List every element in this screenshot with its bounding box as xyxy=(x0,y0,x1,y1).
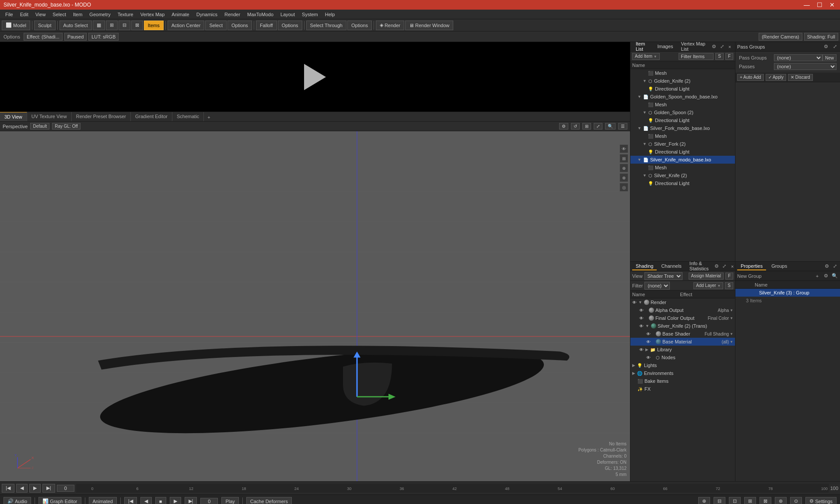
options2-button[interactable]: Options xyxy=(278,21,302,30)
timeline-prev-btn[interactable]: ◀ xyxy=(16,484,28,493)
list-item[interactable]: ▼ ⬡Golden_Spoon (2) xyxy=(630,108,735,116)
toolbar-icon-2[interactable]: ⊞ xyxy=(106,21,118,30)
render-camera-button[interactable]: (Render Camera) xyxy=(759,33,802,41)
shader-item-bake[interactable]: ⬛ Bake Items xyxy=(630,377,735,385)
panel-icon-close[interactable]: × xyxy=(726,43,733,50)
action-center-button[interactable]: Action Center xyxy=(168,21,205,30)
vp-ctrl-1[interactable]: 👁 xyxy=(620,144,628,153)
transport-icon-7[interactable]: ⊙ xyxy=(790,497,802,504)
assign-material-button[interactable]: Assign Material xyxy=(689,273,724,280)
select-through-button[interactable]: Select Through xyxy=(306,21,346,30)
window-controls[interactable]: — ☐ ✕ xyxy=(802,1,836,8)
transport-icon-6[interactable]: ⊛ xyxy=(775,497,787,504)
auto-select-button[interactable]: Auto Select xyxy=(60,21,92,30)
options1-button[interactable]: Options xyxy=(228,21,252,30)
viewport-default-btn[interactable]: Default xyxy=(30,123,49,130)
shader-item[interactable]: 👁 Alpha Output Alpha ▼ xyxy=(630,306,735,314)
select-button[interactable]: Select xyxy=(205,21,227,30)
groups-search-btn[interactable]: 🔍 xyxy=(831,273,838,280)
list-item[interactable]: ⬛Mesh xyxy=(630,164,735,172)
tab-images[interactable]: Images xyxy=(654,43,676,51)
transport-prev-btn[interactable]: ◀ xyxy=(140,497,152,504)
settings-button[interactable]: ⚙ Settings xyxy=(805,497,836,504)
menu-view[interactable]: View xyxy=(32,11,49,18)
render-window-button[interactable]: 🖥 Render Window xyxy=(405,21,453,30)
filter-btn[interactable]: S xyxy=(715,53,724,60)
vp-ctrl-2[interactable]: ⊞ xyxy=(620,154,628,163)
panel-icon-maximize[interactable]: ⤢ xyxy=(718,43,725,50)
shader-item[interactable]: 👁 ▼ Silver_Knife (2) (Trans) xyxy=(630,322,735,330)
panel-icon-settings[interactable]: ⚙ xyxy=(710,43,718,50)
list-item[interactable]: 💡Directional Light xyxy=(630,179,735,187)
animated-button[interactable]: Animated xyxy=(89,497,117,504)
timeline-start-btn[interactable]: |◀ xyxy=(2,484,14,493)
current-frame-input[interactable] xyxy=(57,485,74,492)
items-button[interactable]: Items xyxy=(144,21,164,30)
shader-settings-btn[interactable]: ⚙ xyxy=(713,263,720,270)
transport-icon-3[interactable]: ⊡ xyxy=(729,497,741,504)
vis-toggle[interactable]: 👁 xyxy=(646,340,651,344)
pass-groups-maximize[interactable]: ⤢ xyxy=(831,43,838,50)
tab-render-preset[interactable]: Render Preset Browser xyxy=(72,112,131,121)
list-item[interactable]: ⬛Mesh xyxy=(630,101,735,108)
falloff-button[interactable]: Falloff xyxy=(256,21,277,30)
transport-stop-btn[interactable]: ■ xyxy=(155,497,166,504)
menu-select[interactable]: Select xyxy=(49,11,70,18)
shader-list[interactable]: 👁 ▼ Render 👁 Alpha Output Alpha ▼ 👁 xyxy=(630,298,735,481)
toolbar-icon-3[interactable]: ⊟ xyxy=(119,21,130,30)
shader-maximize-btn[interactable]: ⤢ xyxy=(721,263,728,270)
vp-ctrl-3[interactable]: ⊕ xyxy=(620,164,628,172)
tab-gradient-editor[interactable]: Gradient Editor xyxy=(131,112,172,121)
shader-item-lights[interactable]: ▶ 💡 Lights xyxy=(630,361,735,369)
props-maximize[interactable]: ⤢ xyxy=(831,263,838,270)
list-item[interactable]: ▼ ⬡Silver_Fork (2) xyxy=(630,140,735,148)
list-item[interactable]: 💡Directional Light xyxy=(630,85,735,93)
shader-s-btn[interactable]: S xyxy=(725,282,733,289)
filter-items-input[interactable] xyxy=(679,53,714,60)
list-item[interactable]: 3 Items xyxy=(735,297,840,304)
model-button[interactable]: ⬜ Model xyxy=(2,21,30,30)
audio-button[interactable]: 🔊 Audio xyxy=(4,497,31,504)
props-settings[interactable]: ⚙ xyxy=(823,263,830,270)
filter-select[interactable]: (none) xyxy=(644,282,670,290)
effect-button[interactable]: Effect: (Shadi... xyxy=(24,33,63,41)
vis-toggle[interactable]: 👁 xyxy=(639,316,644,321)
vp-refresh-btn[interactable]: ↺ xyxy=(571,123,580,130)
menu-item[interactable]: Item xyxy=(70,11,86,18)
close-btn[interactable]: ✕ xyxy=(828,1,836,8)
frame-counter-input[interactable] xyxy=(200,498,218,504)
list-item[interactable]: ⬛Mesh xyxy=(630,132,735,140)
menu-dynamics[interactable]: Dynamics xyxy=(193,11,221,18)
add-layer-button[interactable]: Add Layer ▼ xyxy=(693,282,723,289)
list-item[interactable]: Silver_Knife (3) : Group xyxy=(735,289,840,297)
list-item[interactable]: ▼ 📄Silver_Fork_modo_base.lxo xyxy=(630,124,735,132)
shader-f-btn[interactable]: F xyxy=(725,273,733,280)
vp-layout-btn[interactable]: ⊞ xyxy=(582,123,591,130)
tab-add-button[interactable]: + xyxy=(204,113,214,121)
vp-ctrl-4[interactable]: ⊗ xyxy=(620,173,628,182)
list-item[interactable]: ▼ 📄Golden_Spoon_modo_base.lxo xyxy=(630,93,735,101)
tab-channels[interactable]: Channels xyxy=(658,262,685,270)
view-select[interactable]: Shader Tree xyxy=(644,272,682,280)
vis-toggle[interactable]: 👁 xyxy=(632,300,637,305)
vp-settings-btn[interactable]: ⚙ xyxy=(559,123,568,130)
tab-groups[interactable]: Groups xyxy=(768,262,791,270)
list-item[interactable]: 💡Directional Light xyxy=(630,116,735,124)
list-item[interactable]: ▼ ⬡Golden_Knife (2) xyxy=(630,77,735,85)
tab-uv-texture[interactable]: UV Texture View xyxy=(27,112,72,121)
sculpt-button[interactable]: Sculpt xyxy=(34,21,56,30)
3d-viewport[interactable]: Perspective Default Ray GL: Off ⚙ ↺ ⊞ ⤢ … xyxy=(0,122,630,481)
timeline-play-btn[interactable]: ▶ xyxy=(29,484,41,493)
play-button[interactable] xyxy=(304,64,326,90)
menu-file[interactable]: File xyxy=(2,11,17,18)
tab-shading[interactable]: Shading xyxy=(632,262,657,270)
tab-3d-view[interactable]: 3D View xyxy=(0,112,27,121)
tab-schematic[interactable]: Schematic xyxy=(172,112,204,121)
minimize-btn[interactable]: — xyxy=(802,1,812,8)
shader-item[interactable]: 👁 ⬡ Nodes xyxy=(630,354,735,361)
menu-geometry[interactable]: Geometry xyxy=(86,11,114,18)
groups-settings-btn[interactable]: ⚙ xyxy=(822,273,830,280)
menu-edit[interactable]: Edit xyxy=(17,11,32,18)
pass-groups-settings[interactable]: ⚙ xyxy=(822,43,830,50)
item-tree[interactable]: ⬛Mesh ▼ ⬡Golden_Knife (2) 💡Directional L… xyxy=(630,69,735,261)
